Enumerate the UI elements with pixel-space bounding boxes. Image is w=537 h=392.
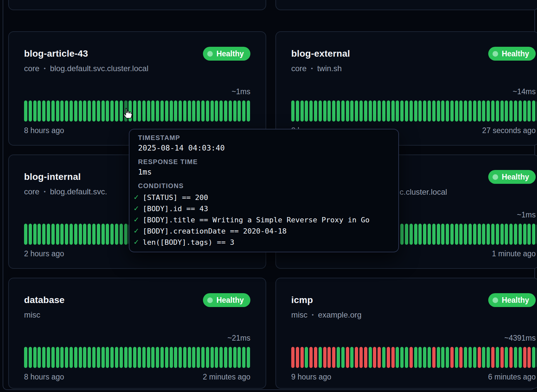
uptime-bar[interactable] — [224, 100, 227, 122]
uptime-bar[interactable] — [332, 347, 335, 368]
uptime-bar[interactable] — [106, 100, 109, 122]
uptime-bar[interactable] — [120, 347, 123, 368]
uptime-bar[interactable] — [482, 347, 485, 368]
uptime-bar[interactable] — [359, 100, 363, 122]
uptime-bar[interactable] — [441, 100, 444, 122]
uptime-bar[interactable] — [496, 347, 499, 368]
uptime-bar[interactable] — [101, 100, 105, 122]
uptime-bar[interactable] — [396, 347, 399, 368]
uptime-bar[interactable] — [350, 347, 353, 368]
uptime-bar[interactable] — [505, 224, 508, 245]
uptime-bar[interactable] — [473, 100, 476, 122]
uptime-bar[interactable] — [309, 100, 313, 122]
uptime-bar[interactable] — [128, 100, 132, 122]
uptime-bar[interactable] — [188, 347, 191, 368]
uptime-bar[interactable] — [378, 347, 381, 368]
uptime-bar[interactable] — [364, 100, 367, 122]
uptime-bar[interactable] — [346, 347, 349, 368]
uptime-bar[interactable] — [437, 100, 440, 122]
uptime-bar[interactable] — [128, 347, 132, 368]
uptime-bar[interactable] — [437, 347, 440, 368]
uptime-bar[interactable] — [478, 347, 481, 368]
uptime-bar[interactable] — [197, 100, 200, 122]
uptime-bar[interactable] — [160, 347, 164, 368]
uptime-bar[interactable] — [500, 347, 504, 368]
uptime-bar[interactable] — [42, 224, 45, 245]
uptime-bar[interactable] — [29, 347, 32, 368]
uptime-bar[interactable] — [514, 100, 517, 122]
uptime-bar[interactable] — [92, 347, 96, 368]
uptime-bar[interactable] — [391, 100, 395, 122]
uptime-bar[interactable] — [247, 100, 250, 122]
uptime-bar[interactable] — [509, 100, 513, 122]
uptime-bars[interactable] — [291, 100, 537, 122]
uptime-bar[interactable] — [500, 100, 504, 122]
uptime-bar[interactable] — [405, 347, 408, 368]
uptime-bar[interactable] — [296, 100, 299, 122]
uptime-bar[interactable] — [341, 347, 345, 368]
uptime-bar[interactable] — [33, 347, 37, 368]
uptime-bar[interactable] — [179, 347, 182, 368]
uptime-bar[interactable] — [238, 347, 241, 368]
uptime-bar[interactable] — [428, 224, 431, 245]
uptime-bar[interactable] — [468, 224, 472, 245]
uptime-bar[interactable] — [115, 100, 118, 122]
uptime-bar[interactable] — [509, 347, 513, 368]
uptime-bar[interactable] — [305, 100, 308, 122]
uptime-bar[interactable] — [79, 347, 82, 368]
uptime-bar[interactable] — [441, 347, 444, 368]
uptime-bar[interactable] — [83, 100, 86, 122]
uptime-bar[interactable] — [29, 100, 32, 122]
uptime-bar[interactable] — [364, 347, 367, 368]
uptime-bar[interactable] — [38, 224, 41, 245]
uptime-bar[interactable] — [179, 100, 182, 122]
uptime-bar[interactable] — [247, 347, 250, 368]
uptime-bar[interactable] — [410, 100, 413, 122]
uptime-bar[interactable] — [74, 100, 77, 122]
uptime-bar[interactable] — [206, 100, 209, 122]
uptime-bar[interactable] — [215, 100, 218, 122]
uptime-bar[interactable] — [523, 347, 526, 368]
uptime-bar[interactable] — [491, 347, 495, 368]
uptime-bar[interactable] — [233, 347, 237, 368]
uptime-bar[interactable] — [201, 347, 205, 368]
uptime-bar[interactable] — [491, 100, 495, 122]
uptime-bar[interactable] — [70, 100, 73, 122]
uptime-bar[interactable] — [405, 224, 408, 245]
uptime-bar[interactable] — [156, 100, 159, 122]
uptime-bar[interactable] — [242, 100, 245, 122]
uptime-bar[interactable] — [101, 347, 105, 368]
uptime-bar[interactable] — [478, 100, 481, 122]
uptime-bar[interactable] — [482, 224, 485, 245]
uptime-bar[interactable] — [423, 100, 426, 122]
uptime-bar[interactable] — [446, 224, 449, 245]
uptime-bar[interactable] — [97, 100, 100, 122]
uptime-bars[interactable] — [291, 347, 537, 368]
uptime-bar[interactable] — [300, 100, 304, 122]
uptime-bar[interactable] — [464, 100, 467, 122]
uptime-bar[interactable] — [314, 100, 317, 122]
uptime-bar[interactable] — [124, 224, 127, 245]
uptime-bar[interactable] — [400, 100, 404, 122]
uptime-bar[interactable] — [215, 347, 218, 368]
uptime-bar[interactable] — [88, 224, 91, 245]
uptime-bar[interactable] — [400, 347, 404, 368]
uptime-bar[interactable] — [355, 347, 358, 368]
uptime-bar[interactable] — [400, 224, 404, 245]
uptime-bar[interactable] — [211, 347, 214, 368]
uptime-bar[interactable] — [464, 224, 467, 245]
uptime-bar[interactable] — [38, 100, 41, 122]
uptime-bar[interactable] — [211, 100, 214, 122]
uptime-bar[interactable] — [79, 100, 82, 122]
uptime-bar[interactable] — [142, 100, 146, 122]
uptime-bar[interactable] — [110, 347, 114, 368]
uptime-bar[interactable] — [219, 347, 223, 368]
uptime-bar[interactable] — [496, 224, 499, 245]
endpoint-card-partial-right[interactable] — [275, 0, 537, 10]
endpoint-card-partial-left[interactable] — [8, 0, 266, 10]
uptime-bar[interactable] — [405, 100, 408, 122]
uptime-bar[interactable] — [482, 100, 485, 122]
uptime-bar[interactable] — [414, 100, 417, 122]
uptime-bar[interactable] — [519, 100, 522, 122]
uptime-bar[interactable] — [97, 347, 100, 368]
